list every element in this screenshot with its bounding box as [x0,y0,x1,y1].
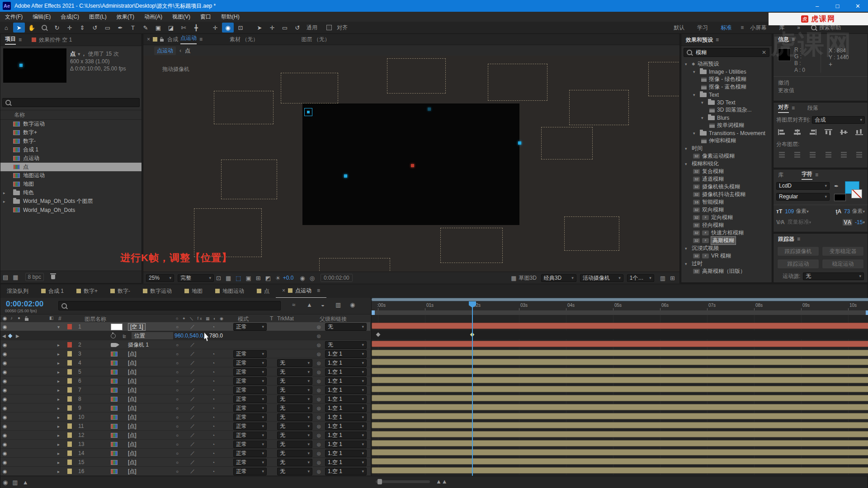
effects-tree-item[interactable]: 3D 回落混杂... [683,106,772,114]
distribute-button[interactable] [778,152,786,158]
layer-expander-icon[interactable]: ▸ [57,376,60,385]
layer-row[interactable]: ◉▸2摄像机 1○／◎无▾ [0,340,370,349]
quality-switch[interactable]: ／ [190,349,195,358]
scale-gizmo-tool[interactable]: ▭ [279,23,291,33]
motion-blur-icon[interactable]: ◉ [350,301,355,308]
layer-name[interactable]: [点] [128,367,137,376]
effects-tree-item[interactable]: 32径向模糊 [683,221,772,229]
parent-dropdown[interactable]: 1.空 1▾ [325,422,367,430]
twirl-icon[interactable]: ▾ [693,70,698,74]
menu-item-F[interactable]: 文件(F) [0,13,28,21]
layer-label-swatch[interactable] [67,460,72,465]
shy-switch[interactable]: ○ [176,340,179,349]
blend-mode-dropdown[interactable]: 正常▾ [233,468,267,475]
layer-label-swatch[interactable] [67,342,72,347]
blend-mode-dropdown[interactable]: 正常▾ [233,404,267,412]
layer-duration-bar[interactable] [372,404,868,410]
parent-pickwhip-icon[interactable]: ◎ [317,440,321,449]
layer-row[interactable]: ◉▸5[点]○／◔正常▾无▾◎1.空 1▾ [0,367,370,376]
parent-dropdown[interactable]: 1.空 1▾ [325,441,367,448]
comp-pasteboard[interactable]: 拖动摄像机 [143,56,679,272]
quality-switch[interactable]: ／ [190,394,195,404]
timeline-tab-点[interactable]: 点 [250,284,276,298]
selection-tool[interactable]: ➤ [13,23,25,33]
motion-blur-switch[interactable]: ◔ [212,422,215,431]
blend-mode-dropdown[interactable]: 正常▾ [233,359,267,367]
effects-tree-item[interactable]: 32像素运动模糊 [683,152,772,160]
layer-name[interactable]: [点] [128,467,137,476]
parent-dropdown[interactable]: 1.空 1▾ [325,395,367,403]
layer-label-swatch[interactable] [67,387,72,393]
parent-pickwhip-icon[interactable]: ◎ [317,404,321,413]
quality-switch[interactable]: ／ [190,440,195,449]
shy-switch[interactable]: ○ [176,385,179,394]
effects-tree-item[interactable]: ▾Image - Utilities [683,68,772,75]
timeline-tab-点运动[interactable]: ×点运动≡ [276,284,326,298]
quality-switch[interactable]: ／ [190,385,195,394]
type-tool[interactable]: T [127,23,139,33]
track-camera-button[interactable]: 跟踪摄像机 [777,246,819,256]
tracker-panel-menu-icon[interactable]: ≡ [797,236,800,242]
motion-blur-switch[interactable]: ◔ [212,440,215,449]
layer-name[interactable]: [点] [128,449,137,458]
effects-tree-item[interactable]: 伸缩和模糊 [683,137,772,145]
quality-switch[interactable]: ／ [190,340,195,349]
effects-tree-item[interactable]: ▾模糊和锐化 [683,160,772,168]
effects-tree-item[interactable]: 32高斯模糊（旧版） [683,267,772,275]
project-item[interactable]: ▸纯色 [0,188,142,197]
parent-pickwhip-icon[interactable]: ◎ [317,385,321,394]
tracking-value[interactable]: -15 [855,219,863,225]
layer-expander-icon[interactable]: ▸ [57,340,60,349]
align-bottom-button[interactable] [855,129,863,135]
color-management-icon[interactable]: ◩ [265,275,271,282]
trkmat-dropdown[interactable]: 无▾ [277,368,312,376]
grid-guides-icon[interactable]: ⊞ [256,275,261,282]
parent-dropdown[interactable]: 1.空 1▾ [325,459,367,466]
trkmat-dropdown[interactable]: 无▾ [277,413,312,421]
property-pickwhip-icon[interactable]: ◎ [317,331,321,340]
project-item[interactable]: ▸World_Map_Oh_Dots 个图层 [0,197,142,206]
tab-effect-controls[interactable]: 效果控件 空 1 [39,36,72,44]
layer-row[interactable]: ◉▸14[点]○／◔正常▾无▾◎1.空 1▾ [0,449,370,458]
motion-blur-switch[interactable]: ◔ [212,376,215,385]
layer-expander-icon[interactable]: ▸ [57,431,60,440]
fast-previews-icon[interactable]: ▦ [511,275,516,282]
renderer-dropdown[interactable]: 经典3D▾ [541,274,576,282]
map-dot[interactable] [518,141,521,145]
motion-blur-switch[interactable]: ◔ [212,358,215,367]
project-item[interactable]: 点 [0,163,142,171]
layer-name[interactable]: [点] [128,349,137,358]
blend-mode-dropdown[interactable]: 正常▾ [233,377,267,385]
parent-dropdown[interactable]: 1.空 1▾ [325,404,367,412]
breadcrumb-parent-comp[interactable]: 点运动 [154,47,176,55]
resolution-dropdown[interactable]: 完整▾ [178,274,214,282]
parent-pickwhip-icon[interactable]: ◎ [317,376,321,385]
stroke-color-swatch[interactable] [851,189,862,198]
parent-dropdown[interactable]: 1.空 1▾ [325,450,367,457]
map-dot[interactable] [428,108,431,111]
parent-dropdown[interactable]: 1.空 1▾ [325,350,367,358]
layer-label-swatch[interactable] [67,360,72,366]
pixel-aspect-icon[interactable]: ▥ [660,275,665,282]
draft-3d-icon[interactable]: ▲ [307,301,312,308]
quality-switch[interactable]: ／ [190,431,195,440]
layer-name[interactable]: [点] [128,458,137,467]
quality-switch[interactable]: ／ [190,413,195,422]
parent-pickwhip-icon[interactable]: ◎ [317,394,321,404]
position-gizmo-tool[interactable]: ✛ [266,23,278,33]
layer-visibility-icon[interactable]: ◉ [3,440,7,449]
effects-tree-item[interactable]: ▾Blurs [683,114,772,122]
layer-label-swatch[interactable] [67,414,72,420]
layer-row[interactable]: ◉▸8[点]○／◔正常▾无▾◎1.空 1▾ [0,394,370,404]
trash-icon[interactable] [51,275,55,279]
lock-icon[interactable] [160,39,164,42]
effects-tree-item[interactable]: 32⚡高斯模糊 [683,237,772,244]
layer-duration-bar[interactable] [372,323,868,329]
layer-name[interactable]: [点] [128,385,137,394]
workspace-标准[interactable]: 标准 [721,24,731,32]
frame-blending-icon[interactable]: ▥ [335,301,341,308]
maximize-button[interactable]: □ [827,0,848,12]
eraser-tool[interactable]: ◪ [165,23,177,33]
parent-pickwhip-icon[interactable]: ◎ [317,449,321,458]
channels-icon[interactable]: ▦ [226,275,231,282]
